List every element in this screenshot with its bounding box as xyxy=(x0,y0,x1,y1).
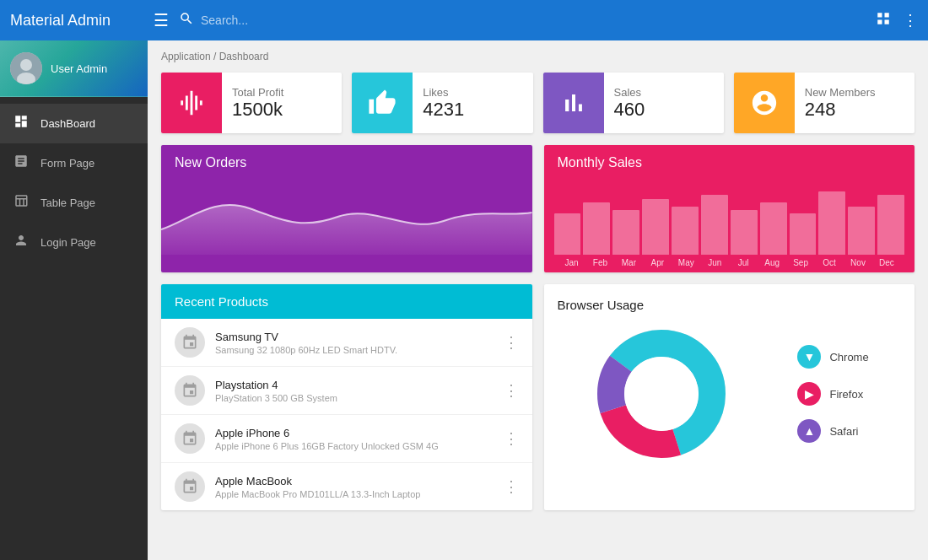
topbar-actions: ⋮ xyxy=(876,11,918,30)
stat-label-members: New Members xyxy=(805,86,876,99)
product-icon xyxy=(175,471,205,502)
monthly-bar xyxy=(701,195,728,255)
form-icon xyxy=(13,153,29,173)
product-item[interactable]: Samsung TV Samsung 32 1080p 60Hz LED Sma… xyxy=(161,319,532,367)
legend-dot: ▼ xyxy=(797,345,821,369)
legend-item: ▶ Firefox xyxy=(797,382,868,406)
menu-icon[interactable]: ☰ xyxy=(154,10,169,30)
monthly-bar xyxy=(877,195,904,255)
search-wrap xyxy=(179,11,866,30)
stat-label-profit: Total Profit xyxy=(232,86,283,99)
breadcrumb: Application / Dashboard xyxy=(161,51,915,62)
browser-usage-title: Browser Usage xyxy=(558,298,902,312)
sidebar-item-dashboard[interactable]: DashBoard xyxy=(0,104,148,143)
monthly-bar xyxy=(672,207,699,255)
stat-label-sales: Sales xyxy=(614,86,645,99)
stat-info-sales: Sales 460 xyxy=(604,79,656,127)
product-more-icon[interactable]: ⋮ xyxy=(504,381,519,400)
legend-label: Chrome xyxy=(829,351,868,363)
stat-value-profit: 1500k xyxy=(232,99,283,121)
main-layout: User Admin DashBoard Form Page Table Pag… xyxy=(0,40,928,560)
monthly-bar xyxy=(642,199,669,255)
svg-point-7 xyxy=(624,357,699,431)
product-name: Apple iPhone 6 xyxy=(215,427,504,439)
stat-value-sales: 460 xyxy=(614,99,645,121)
product-name: Samsung TV xyxy=(215,331,504,343)
product-icon xyxy=(175,327,205,358)
stat-card-members: New Members 248 xyxy=(734,73,915,133)
browser-usage-content: ▼ Chrome ▶ Firefox ▲ Safari xyxy=(558,322,902,466)
stat-info-profit: Total Profit 1500k xyxy=(222,79,294,127)
monthly-label: Mar xyxy=(614,258,643,267)
stat-card-sales: Sales 460 xyxy=(543,73,724,133)
product-more-icon[interactable]: ⋮ xyxy=(504,429,519,448)
svg-point-1 xyxy=(20,59,32,71)
product-item[interactable]: Apple iPhone 6 Apple iPhone 6 Plus 16GB … xyxy=(161,415,532,463)
monthly-bar xyxy=(760,202,787,255)
legend-label: Firefox xyxy=(829,388,863,401)
legend-dot: ▶ xyxy=(797,382,821,406)
product-desc: Apple MacBook Pro MD101LL/A 13.3-Inch La… xyxy=(215,489,504,499)
product-name: Apple MacBook xyxy=(215,475,504,487)
monthly-sales-title: Monthly Sales xyxy=(544,145,915,175)
monthly-bars xyxy=(551,187,909,255)
monthly-label: Aug xyxy=(758,258,786,267)
monthly-bar xyxy=(818,191,845,255)
grid-icon[interactable] xyxy=(876,11,891,30)
legend-item: ▼ Chrome xyxy=(797,345,868,369)
stat-card-likes: Likes 4231 xyxy=(352,73,532,133)
stat-label-likes: Likes xyxy=(423,86,464,99)
monthly-sales-card: Monthly Sales JanFebMarAprMayJunJulAugSe… xyxy=(544,145,915,272)
sidebar-item-login[interactable]: Login Page xyxy=(0,223,148,262)
monthly-label: Jul xyxy=(729,258,758,267)
sidebar-item-form[interactable]: Form Page xyxy=(0,143,148,183)
product-item[interactable]: Playstation 4 PlayStation 3 500 GB Syste… xyxy=(161,367,532,415)
product-info: Samsung TV Samsung 32 1080p 60Hz LED Sma… xyxy=(215,331,504,355)
product-more-icon[interactable]: ⋮ xyxy=(504,477,519,496)
legend-item: ▲ Safari xyxy=(797,419,868,443)
monthly-label: Nov xyxy=(844,258,872,267)
product-desc: Apple iPhone 6 Plus 16GB Factory Unlocke… xyxy=(215,441,504,451)
content-area: Application / Dashboard Total Profit 150… xyxy=(148,40,928,560)
product-info: Apple iPhone 6 Apple iPhone 6 Plus 16GB … xyxy=(215,427,504,451)
monthly-bar xyxy=(583,202,610,255)
search-input[interactable] xyxy=(201,13,866,27)
topbar: Material Admin ☰ ⋮ xyxy=(0,0,928,40)
product-info: Playstation 4 PlayStation 3 500 GB Syste… xyxy=(215,379,504,403)
browser-usage-card: Browser Usage xyxy=(544,284,915,510)
recent-products-title: Recent Products xyxy=(161,284,532,319)
product-more-icon[interactable]: ⋮ xyxy=(504,333,519,352)
monthly-label: Apr xyxy=(643,258,672,267)
stat-value-members: 248 xyxy=(805,99,876,121)
stat-info-members: New Members 248 xyxy=(795,79,886,127)
monthly-chart-area: JanFebMarAprMayJunJulAugSepOctNovDec xyxy=(544,175,915,272)
login-icon xyxy=(13,233,29,252)
new-orders-title: New Orders xyxy=(161,145,532,170)
legend-label: Safari xyxy=(829,425,858,438)
product-desc: PlayStation 3 500 GB System xyxy=(215,393,504,403)
sidebar-user: User Admin xyxy=(0,40,148,97)
monthly-label: Sep xyxy=(786,258,815,267)
sidebar-nav: DashBoard Form Page Table Page Login Pag… xyxy=(0,97,148,560)
sidebar-label-login: Login Page xyxy=(40,236,96,249)
stat-cards: Total Profit 1500k Likes 4231 xyxy=(161,73,915,133)
recent-products-card: Recent Products Samsung TV Samsung 32 10… xyxy=(161,284,532,510)
dashboard-icon xyxy=(13,114,29,133)
more-icon[interactable]: ⋮ xyxy=(903,11,918,30)
sidebar: User Admin DashBoard Form Page Table Pag… xyxy=(0,40,148,560)
stat-info-likes: Likes 4231 xyxy=(413,79,474,127)
product-item[interactable]: Apple MacBook Apple MacBook Pro MD101LL/… xyxy=(161,463,532,510)
sidebar-username: User Admin xyxy=(51,62,107,75)
donut-chart xyxy=(590,322,733,466)
monthly-bar xyxy=(731,210,758,255)
monthly-labels: JanFebMarAprMayJunJulAugSepOctNovDec xyxy=(551,255,909,272)
sidebar-item-table[interactable]: Table Page xyxy=(0,183,148,223)
legend-dot: ▲ xyxy=(797,419,821,443)
search-icon xyxy=(179,11,194,30)
monthly-label: Oct xyxy=(815,258,844,267)
members-icon-box xyxy=(734,73,795,133)
stat-card-profit: Total Profit 1500k xyxy=(161,73,342,133)
new-orders-chart xyxy=(161,170,532,255)
stat-value-likes: 4231 xyxy=(423,99,464,121)
likes-icon-box xyxy=(352,73,413,133)
